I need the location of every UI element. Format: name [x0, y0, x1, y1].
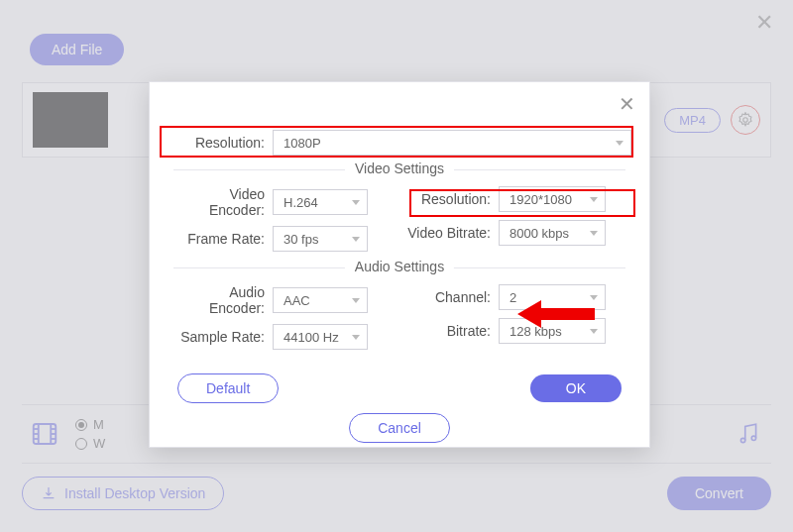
video-encoder-field: Video Encoder: H.264 — [173, 186, 392, 218]
video-resolution-field: Resolution: 1920*1080 — [407, 186, 625, 212]
download-icon — [41, 485, 57, 501]
audio-encoder-select[interactable]: AAC — [273, 287, 368, 313]
svg-point-10 — [740, 438, 744, 442]
radio-option-2[interactable]: W — [75, 436, 105, 451]
install-label: Install Desktop Version — [64, 485, 205, 501]
video-encoder-label: Video Encoder: — [173, 186, 273, 218]
svg-point-11 — [751, 436, 755, 440]
resolution-row: Resolution: 1080P — [168, 130, 631, 156]
video-settings-title: Video Settings — [345, 160, 454, 176]
audio-settings-columns: Audio Encoder: AAC Sample Rate: 44100 Hz… — [168, 276, 631, 358]
settings-modal: ✕ Resolution: 1080P Video Settings Video… — [149, 81, 650, 448]
video-resolution-label: Resolution: — [407, 191, 499, 207]
audio-bitrate-label: Bitrate: — [407, 323, 499, 339]
audio-settings-divider: Audio Settings — [173, 267, 625, 268]
video-thumbnail — [33, 92, 108, 148]
video-bitrate-label: Video Bitrate: — [407, 225, 499, 241]
frame-rate-field: Frame Rate: 30 fps — [173, 226, 392, 252]
window-close-icon[interactable]: ✕ — [755, 10, 773, 36]
svg-point-0 — [743, 118, 748, 123]
film-icon — [30, 419, 59, 449]
radio-option-1[interactable]: M — [75, 417, 105, 432]
add-file-button[interactable]: Add File — [30, 34, 124, 65]
footer-bar: Install Desktop Version Convert — [22, 477, 771, 510]
audio-encoder-label: Audio Encoder: — [173, 284, 273, 316]
audio-bitrate-field: Bitrate: 128 kbps — [407, 318, 625, 344]
sample-rate-select[interactable]: 44100 Hz — [273, 324, 368, 350]
audio-encoder-field: Audio Encoder: AAC — [173, 284, 392, 316]
gear-icon — [736, 111, 754, 129]
frame-rate-label: Frame Rate: — [173, 231, 273, 247]
video-bitrate-field: Video Bitrate: 8000 kbps — [407, 220, 625, 246]
install-desktop-button[interactable]: Install Desktop Version — [22, 477, 224, 510]
video-bitrate-select[interactable]: 8000 kbps — [499, 220, 606, 246]
video-encoder-select[interactable]: H.264 — [273, 189, 368, 215]
resolution-label: Resolution: — [168, 135, 273, 151]
default-button[interactable]: Default — [177, 373, 279, 403]
channel-select[interactable]: 2 — [499, 284, 606, 310]
ok-button[interactable]: OK — [530, 374, 622, 402]
frame-rate-select[interactable]: 30 fps — [273, 226, 368, 252]
audio-bitrate-select[interactable]: 128 kbps — [499, 318, 606, 344]
format-button[interactable]: MP4 — [664, 108, 721, 133]
sample-rate-field: Sample Rate: 44100 Hz — [173, 324, 392, 350]
radio-icon — [75, 438, 87, 450]
video-settings-divider: Video Settings — [173, 169, 625, 170]
audio-settings-title: Audio Settings — [345, 259, 454, 274]
cancel-button[interactable]: Cancel — [349, 413, 450, 443]
radio-label: W — [93, 436, 105, 451]
settings-gear-highlight[interactable] — [731, 105, 760, 135]
video-settings-columns: Video Encoder: H.264 Frame Rate: 30 fps … — [168, 178, 631, 260]
sample-rate-label: Sample Rate: — [173, 329, 273, 345]
modal-close-button[interactable]: ✕ — [619, 92, 635, 116]
output-radios: M W — [75, 417, 105, 451]
resolution-select[interactable]: 1080P — [273, 130, 631, 156]
modal-buttons-row: Default OK — [168, 373, 631, 403]
radio-label: M — [93, 417, 104, 432]
music-icon[interactable] — [736, 421, 761, 447]
convert-button[interactable]: Convert — [667, 477, 771, 510]
channel-label: Channel: — [407, 289, 499, 305]
video-resolution-select[interactable]: 1920*1080 — [499, 186, 606, 212]
radio-icon — [75, 419, 87, 431]
channel-field: Channel: 2 — [407, 284, 625, 310]
